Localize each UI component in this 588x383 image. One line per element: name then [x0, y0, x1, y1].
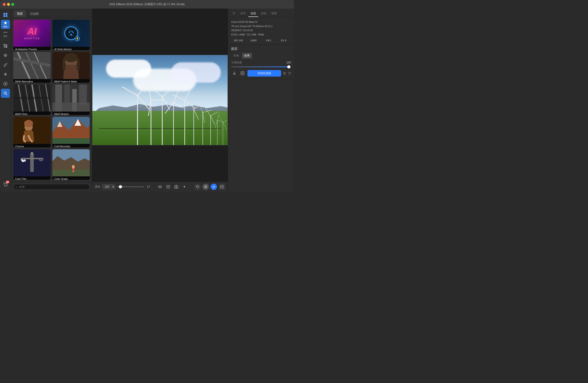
titlebar: ON1 Effects 2025 (Effects 示例照片.CR2 @ 17.… [0, 0, 294, 9]
right-tab-horizontal[interactable]: 水平 [238, 10, 248, 17]
right-panel: 不 水平 信息 历史 快照 Canon EOS 5D Mark IV 75 mm… [228, 9, 294, 192]
tool-search[interactable] [1, 89, 10, 98]
search-input[interactable] [19, 185, 87, 189]
tool-mask[interactable] [1, 79, 10, 88]
cancel-button[interactable] [203, 183, 209, 190]
preset-cinema[interactable]: Cinema [13, 117, 51, 147]
tool-crop[interactable] [1, 41, 10, 50]
right-tab-history[interactable]: 历史 [259, 10, 269, 17]
cart-button[interactable]: 30 [1, 180, 10, 189]
chevron-down-icon[interactable]: ▾ [181, 183, 188, 190]
layer-mask-icon[interactable] [239, 70, 246, 76]
svg-point-55 [21, 159, 23, 161]
preset-cold-mountain[interactable]: Cold Mountain [52, 117, 90, 147]
svg-line-106 [217, 120, 225, 122]
right-tabs: 不 水平 信息 历史 快照 [228, 9, 294, 17]
aperture-item: f/4.5 [261, 39, 276, 42]
add-filter-button[interactable]: 添加过滤器 [248, 70, 281, 77]
preset-label-bw-alt: B&W Alternative [13, 79, 51, 82]
tool-transform[interactable] [1, 51, 10, 60]
right-tab-quick[interactable]: 快照 [269, 10, 279, 17]
fit-label: 适合 [95, 185, 100, 189]
camera-datetime: 2019/5/17 10:14:18 [231, 28, 291, 33]
layers-tab-effects[interactable]: 效果 [242, 53, 252, 59]
svg-point-11 [5, 83, 6, 84]
layers-tab-local[interactable]: 本地 [231, 53, 241, 59]
preset-ai-style[interactable]: 💡 AI Style Advisor [52, 20, 90, 50]
svg-line-70 [142, 100, 157, 116]
preset-bw-films[interactable]: B&W Films [13, 84, 51, 115]
undo-button[interactable] [194, 183, 201, 190]
scene [92, 55, 228, 145]
preset-thumb-bw-films [13, 84, 51, 112]
tool-brush[interactable] [1, 60, 10, 69]
svg-line-110 [221, 123, 228, 129]
right-tab-no[interactable]: 不 [230, 10, 237, 17]
confirm-button[interactable] [210, 183, 217, 190]
svg-point-6 [6, 32, 7, 33]
zoom-select[interactable]: 100 50 25 适合 [102, 184, 115, 189]
eye-button[interactable] [157, 183, 163, 190]
tool-home[interactable] [1, 10, 10, 20]
preset-color-film[interactable]: Color Film [13, 149, 51, 180]
opacity-value: 100 [286, 61, 291, 64]
svg-line-109 [219, 116, 223, 123]
preset-label-cinema: Cinema [13, 144, 51, 147]
preset-bw-alt[interactable]: B&W Alternative [13, 52, 51, 82]
svg-rect-114 [167, 185, 170, 188]
layer-actions: 添加过滤器 ⚙ ↺ [231, 70, 291, 77]
minimize-button[interactable] [7, 3, 10, 6]
preset-bw-faded[interactable]: B&W Faded & Matte [52, 52, 90, 82]
camera-button[interactable] [173, 183, 179, 190]
tab-presets[interactable]: 预置 [14, 10, 26, 17]
tab-filters[interactable]: 过滤器 [27, 10, 42, 17]
layout-button[interactable] [219, 183, 225, 190]
tool-retouch[interactable] [1, 70, 10, 79]
search-bar: ⌕ [13, 184, 90, 190]
tool-edit[interactable]: 编辑 [1, 20, 10, 29]
svg-point-16 [70, 34, 72, 35]
svg-point-13 [5, 92, 6, 93]
preset-thumb-cold-mountain [52, 117, 90, 144]
preset-label-ai-adaptive: AI Adaptive Presets [13, 47, 51, 50]
svg-rect-59 [52, 170, 90, 176]
preset-thumb-cinema [13, 117, 51, 144]
svg-line-100 [208, 116, 218, 125]
undo-right-icon[interactable]: ↺ [288, 71, 291, 75]
export-icon[interactable] [231, 70, 237, 76]
svg-point-118 [176, 186, 177, 188]
text-button[interactable] [165, 183, 171, 190]
svg-rect-50 [30, 154, 34, 172]
svg-line-89 [187, 100, 194, 109]
preset-ai-adaptive[interactable]: AI ADAPTIVE AI Adaptive Presets [13, 20, 51, 50]
layers-header: 图层 [231, 47, 291, 51]
svg-line-81 [173, 102, 184, 108]
preset-bw-modern[interactable]: B&W Modern [52, 84, 90, 115]
tool-more[interactable]: 更多 [1, 29, 10, 38]
svg-line-95 [198, 112, 209, 123]
svg-line-90 [190, 109, 202, 120]
preset-grid: AI ADAPTIVE AI Adaptive Presets [11, 17, 92, 182]
maximize-button[interactable] [11, 3, 14, 6]
preset-color-grade[interactable]: Color Grade [52, 149, 90, 180]
preset-thumb-bw-modern [52, 84, 90, 112]
gear-icon[interactable]: ⚙ [283, 71, 286, 75]
svg-line-99 [205, 108, 210, 116]
zoom-slider-thumb[interactable] [119, 185, 122, 188]
traffic-lights [3, 3, 14, 6]
svg-line-74 [151, 86, 162, 98]
exposure-meta: ISO 100 1/640 f/4.5 EV 0 [231, 39, 291, 42]
svg-point-26 [64, 53, 78, 62]
svg-point-4 [4, 32, 4, 33]
opacity-slider[interactable] [231, 66, 291, 67]
close-button[interactable] [3, 3, 6, 6]
zoom-slider-track[interactable] [117, 186, 144, 187]
zoom-number: 17 [147, 185, 150, 188]
shutter-value: 1/640 [246, 39, 261, 42]
preset-panel: 预置 过滤器 AI ADAPTIVE AI Adaptive Presets [11, 9, 92, 192]
svg-rect-3 [6, 15, 7, 17]
opacity-slider-thumb[interactable] [287, 65, 290, 68]
right-tab-info[interactable]: 信息 [248, 10, 258, 17]
preset-label-cold-mountain: Cold Mountain [52, 144, 90, 147]
search-bar-container: ⌕ [11, 182, 92, 192]
